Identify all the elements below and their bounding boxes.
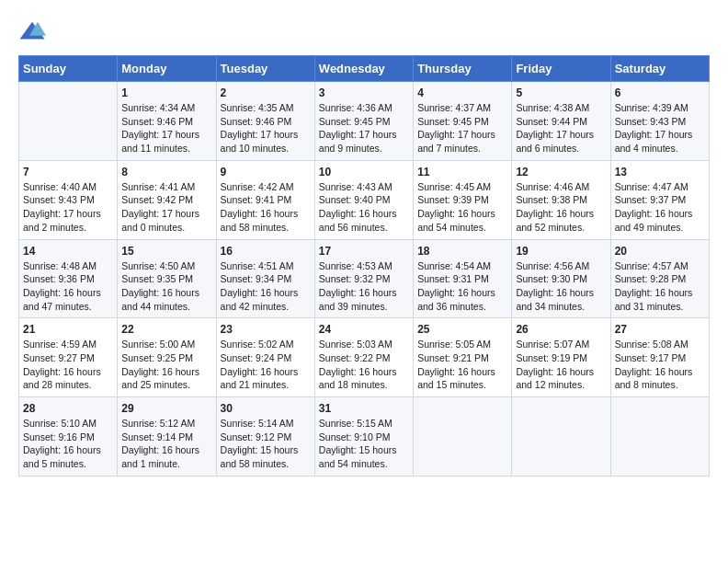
calendar-cell: 5Sunrise: 4:38 AM Sunset: 9:44 PM Daylig… [512, 82, 610, 161]
day-info: Sunrise: 4:59 AM Sunset: 9:27 PM Dayligh… [23, 338, 113, 392]
calendar-cell: 12Sunrise: 4:46 AM Sunset: 9:38 PM Dayli… [512, 160, 610, 239]
day-number: 1 [121, 86, 211, 99]
col-header-monday: Monday [118, 56, 216, 82]
calendar-cell [610, 397, 709, 477]
day-info: Sunrise: 4:36 AM Sunset: 9:45 PM Dayligh… [319, 101, 409, 155]
day-info: Sunrise: 5:05 AM Sunset: 9:21 PM Dayligh… [417, 338, 507, 392]
calendar-cell: 16Sunrise: 4:51 AM Sunset: 9:34 PM Dayli… [216, 239, 314, 318]
day-number: 7 [23, 166, 113, 178]
day-info: Sunrise: 4:51 AM Sunset: 9:34 PM Dayligh… [221, 259, 311, 314]
day-number: 16 [221, 245, 311, 258]
day-number: 20 [615, 245, 705, 258]
calendar-cell: 9Sunrise: 4:42 AM Sunset: 9:41 PM Daylig… [216, 160, 314, 239]
calendar-cell: 31Sunrise: 5:15 AM Sunset: 9:10 PM Dayli… [314, 397, 413, 477]
calendar-cell: 14Sunrise: 4:48 AM Sunset: 9:36 PM Dayli… [19, 239, 118, 318]
day-number: 21 [23, 323, 113, 336]
calendar-cell: 1Sunrise: 4:34 AM Sunset: 9:46 PM Daylig… [118, 82, 216, 161]
calendar-row: 28Sunrise: 5:10 AM Sunset: 9:16 PM Dayli… [19, 397, 710, 477]
calendar-cell [414, 397, 512, 477]
day-number: 12 [516, 166, 606, 178]
calendar-row: 7Sunrise: 4:40 AM Sunset: 9:43 PM Daylig… [19, 160, 710, 239]
day-number: 6 [615, 86, 705, 99]
day-number: 15 [121, 245, 211, 258]
day-info: Sunrise: 4:48 AM Sunset: 9:36 PM Dayligh… [23, 259, 113, 314]
day-info: Sunrise: 4:35 AM Sunset: 9:46 PM Dayligh… [221, 101, 311, 155]
calendar-cell: 27Sunrise: 5:08 AM Sunset: 9:17 PM Dayli… [610, 318, 709, 397]
day-info: Sunrise: 4:38 AM Sunset: 9:44 PM Dayligh… [516, 101, 606, 155]
day-number: 13 [615, 166, 705, 178]
day-info: Sunrise: 4:57 AM Sunset: 9:28 PM Dayligh… [615, 259, 705, 314]
day-number: 24 [319, 323, 409, 336]
calendar-cell: 13Sunrise: 4:47 AM Sunset: 9:37 PM Dayli… [610, 160, 709, 239]
calendar-cell: 4Sunrise: 4:37 AM Sunset: 9:45 PM Daylig… [414, 82, 512, 161]
day-info: Sunrise: 5:07 AM Sunset: 9:19 PM Dayligh… [516, 338, 606, 392]
col-header-saturday: Saturday [610, 56, 709, 82]
calendar-cell: 2Sunrise: 4:35 AM Sunset: 9:46 PM Daylig… [216, 82, 314, 161]
day-info: Sunrise: 4:43 AM Sunset: 9:40 PM Dayligh… [319, 180, 409, 235]
day-info: Sunrise: 4:45 AM Sunset: 9:39 PM Dayligh… [417, 180, 507, 235]
calendar-cell [512, 397, 610, 477]
calendar-row: 21Sunrise: 4:59 AM Sunset: 9:27 PM Dayli… [19, 318, 710, 397]
day-number: 14 [23, 245, 113, 258]
logo-icon [18, 18, 46, 46]
day-info: Sunrise: 5:02 AM Sunset: 9:24 PM Dayligh… [221, 338, 311, 392]
day-info: Sunrise: 4:56 AM Sunset: 9:30 PM Dayligh… [516, 259, 606, 314]
day-info: Sunrise: 5:15 AM Sunset: 9:10 PM Dayligh… [319, 417, 409, 471]
col-header-thursday: Thursday [414, 56, 512, 82]
day-info: Sunrise: 4:54 AM Sunset: 9:31 PM Dayligh… [417, 259, 507, 314]
calendar-cell: 23Sunrise: 5:02 AM Sunset: 9:24 PM Dayli… [216, 318, 314, 397]
calendar-cell: 28Sunrise: 5:10 AM Sunset: 9:16 PM Dayli… [19, 397, 118, 477]
calendar-table: SundayMondayTuesdayWednesdayThursdayFrid… [18, 55, 710, 477]
col-header-sunday: Sunday [19, 56, 118, 82]
day-number: 28 [23, 402, 113, 415]
calendar-cell: 26Sunrise: 5:07 AM Sunset: 9:19 PM Dayli… [512, 318, 610, 397]
calendar-cell: 3Sunrise: 4:36 AM Sunset: 9:45 PM Daylig… [314, 82, 413, 161]
day-number: 4 [417, 86, 507, 99]
calendar-cell: 29Sunrise: 5:12 AM Sunset: 9:14 PM Dayli… [118, 397, 216, 477]
day-number: 29 [121, 402, 211, 415]
calendar-cell: 10Sunrise: 4:43 AM Sunset: 9:40 PM Dayli… [314, 160, 413, 239]
calendar-cell: 21Sunrise: 4:59 AM Sunset: 9:27 PM Dayli… [19, 318, 118, 397]
day-number: 17 [319, 245, 409, 258]
day-number: 10 [319, 166, 409, 178]
calendar-cell: 17Sunrise: 4:53 AM Sunset: 9:32 PM Dayli… [314, 239, 413, 318]
calendar-cell: 19Sunrise: 4:56 AM Sunset: 9:30 PM Dayli… [512, 239, 610, 318]
calendar-cell: 7Sunrise: 4:40 AM Sunset: 9:43 PM Daylig… [19, 160, 118, 239]
day-number: 26 [516, 323, 606, 336]
day-info: Sunrise: 4:42 AM Sunset: 9:41 PM Dayligh… [221, 180, 311, 235]
day-number: 31 [319, 402, 409, 415]
day-info: Sunrise: 4:47 AM Sunset: 9:37 PM Dayligh… [615, 180, 705, 235]
calendar-cell [19, 82, 118, 161]
page-header [18, 18, 710, 46]
calendar-row: 14Sunrise: 4:48 AM Sunset: 9:36 PM Dayli… [19, 239, 710, 318]
day-number: 2 [221, 86, 311, 99]
calendar-cell: 24Sunrise: 5:03 AM Sunset: 9:22 PM Dayli… [314, 318, 413, 397]
day-info: Sunrise: 4:40 AM Sunset: 9:43 PM Dayligh… [23, 180, 113, 235]
day-number: 3 [319, 86, 409, 99]
calendar-cell: 18Sunrise: 4:54 AM Sunset: 9:31 PM Dayli… [414, 239, 512, 318]
calendar-cell: 8Sunrise: 4:41 AM Sunset: 9:42 PM Daylig… [118, 160, 216, 239]
day-info: Sunrise: 4:41 AM Sunset: 9:42 PM Dayligh… [121, 180, 211, 235]
calendar-cell: 11Sunrise: 4:45 AM Sunset: 9:39 PM Dayli… [414, 160, 512, 239]
day-number: 27 [615, 323, 705, 336]
day-number: 25 [417, 323, 507, 336]
calendar-cell: 6Sunrise: 4:39 AM Sunset: 9:43 PM Daylig… [610, 82, 709, 161]
day-info: Sunrise: 5:08 AM Sunset: 9:17 PM Dayligh… [615, 338, 705, 392]
day-number: 5 [516, 86, 606, 99]
day-info: Sunrise: 5:00 AM Sunset: 9:25 PM Dayligh… [121, 338, 211, 392]
day-info: Sunrise: 5:10 AM Sunset: 9:16 PM Dayligh… [23, 417, 113, 471]
day-info: Sunrise: 4:39 AM Sunset: 9:43 PM Dayligh… [615, 101, 705, 155]
day-number: 11 [417, 166, 507, 178]
header-row: SundayMondayTuesdayWednesdayThursdayFrid… [19, 56, 710, 82]
day-info: Sunrise: 4:46 AM Sunset: 9:38 PM Dayligh… [516, 180, 606, 235]
day-info: Sunrise: 5:14 AM Sunset: 9:12 PM Dayligh… [221, 417, 311, 471]
day-number: 18 [417, 245, 507, 258]
day-number: 9 [221, 166, 311, 178]
day-number: 23 [221, 323, 311, 336]
day-info: Sunrise: 4:53 AM Sunset: 9:32 PM Dayligh… [319, 259, 409, 314]
day-info: Sunrise: 4:50 AM Sunset: 9:35 PM Dayligh… [121, 259, 211, 314]
calendar-cell: 25Sunrise: 5:05 AM Sunset: 9:21 PM Dayli… [414, 318, 512, 397]
day-number: 30 [221, 402, 311, 415]
calendar-cell: 20Sunrise: 4:57 AM Sunset: 9:28 PM Dayli… [610, 239, 709, 318]
day-info: Sunrise: 4:34 AM Sunset: 9:46 PM Dayligh… [121, 101, 211, 155]
